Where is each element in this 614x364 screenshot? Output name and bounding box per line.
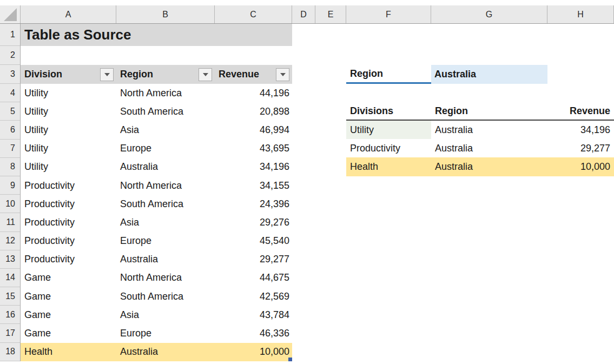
cell-region[interactable]: North America <box>116 176 215 195</box>
lookup-value-cell[interactable]: Australia <box>431 65 547 84</box>
cell-revenue[interactable]: 46,336 <box>215 324 292 342</box>
cell-division[interactable]: Productivity <box>21 232 116 250</box>
cell-division[interactable]: Productivity <box>21 195 116 213</box>
cell-revenue[interactable]: 45,540 <box>215 232 292 250</box>
cell-region[interactable]: Australia <box>116 158 215 176</box>
filter-dropdown-button-revenue[interactable] <box>276 68 289 81</box>
row-header-3[interactable]: 3 <box>0 65 20 84</box>
spreadsheet: A B C D E F G H 1 2 3 4 5 6 7 8 9 10 11 … <box>0 0 614 364</box>
cell-revenue[interactable]: 29,277 <box>215 250 292 269</box>
row-header-7[interactable]: 7 <box>0 140 20 158</box>
cell-division[interactable]: Utility <box>21 158 116 176</box>
cell-division[interactable]: Game <box>21 269 116 287</box>
row-header-14[interactable]: 14 <box>0 269 20 287</box>
column-header-c[interactable]: C <box>215 5 292 23</box>
result-row: Utility Australia 34,196 <box>346 121 614 139</box>
cell-region[interactable]: Australia <box>116 343 215 361</box>
cell-region[interactable]: South America <box>116 287 215 306</box>
row-header-2[interactable]: 2 <box>0 46 20 65</box>
table-row-highlighted: Health Australia 10,000 <box>21 343 292 361</box>
cell-revenue[interactable]: 43,784 <box>215 306 292 324</box>
cell-division[interactable]: Utility <box>21 140 116 158</box>
column-header-f[interactable]: F <box>346 5 431 23</box>
filter-dropdown-button-division[interactable] <box>100 68 114 81</box>
column-header-a[interactable]: A <box>21 5 116 23</box>
row-header-4[interactable]: 4 <box>0 84 20 102</box>
cell-division[interactable]: Productivity <box>21 176 116 195</box>
cell-region[interactable]: Asia <box>116 121 215 139</box>
column-header-h[interactable]: H <box>547 5 614 23</box>
column-header-g[interactable]: G <box>431 5 547 23</box>
row-header-18[interactable]: 18 <box>0 343 20 361</box>
header-cell-division[interactable]: Division <box>21 65 116 84</box>
cell-revenue[interactable]: 24,396 <box>215 195 292 213</box>
cell-revenue[interactable]: 43,695 <box>215 140 292 158</box>
result-header-revenue[interactable]: Revenue <box>547 102 614 120</box>
cell-revenue[interactable]: 42,569 <box>215 287 292 306</box>
cell-division[interactable]: Game <box>21 287 116 306</box>
cell-revenue[interactable]: 20,898 <box>215 102 292 121</box>
cell-a1-title[interactable]: Table as Source <box>21 24 292 46</box>
table-row: Utility North America 44,196 <box>21 84 292 102</box>
column-header-d[interactable]: D <box>292 5 315 23</box>
cell-region[interactable]: Asia <box>116 213 215 231</box>
header-cell-revenue[interactable]: Revenue <box>215 65 292 84</box>
cell-revenue[interactable]: 44,675 <box>215 269 292 287</box>
result-header-region[interactable]: Region <box>431 102 547 120</box>
row-header-5[interactable]: 5 <box>0 102 20 121</box>
cell-region[interactable]: North America <box>116 269 215 287</box>
row-header-12[interactable]: 12 <box>0 232 20 250</box>
row-header-6[interactable]: 6 <box>0 121 20 139</box>
cell-region[interactable]: Europe <box>116 232 215 250</box>
cell-region[interactable]: North America <box>116 84 215 102</box>
cell-division[interactable]: Productivity <box>21 250 116 269</box>
cell-division[interactable]: Productivity <box>346 139 431 157</box>
cell-revenue[interactable]: 34,196 <box>215 158 292 176</box>
lookup-label-cell[interactable]: Region <box>346 65 431 84</box>
column-header-b[interactable]: B <box>116 5 215 23</box>
cell-region[interactable]: South America <box>116 195 215 213</box>
select-all-button[interactable] <box>0 5 21 23</box>
row-header-10[interactable]: 10 <box>0 195 20 213</box>
cell-region[interactable]: South America <box>116 102 215 121</box>
cell-division[interactable]: Productivity <box>21 213 116 231</box>
cell-revenue[interactable]: 46,994 <box>215 121 292 139</box>
cell-region[interactable]: Australia <box>431 139 547 157</box>
cell-revenue[interactable]: 34,196 <box>547 121 614 139</box>
row-header-13[interactable]: 13 <box>0 250 20 269</box>
row-header-16[interactable]: 16 <box>0 306 20 324</box>
row-header-17[interactable]: 17 <box>0 324 20 342</box>
cell-revenue[interactable]: 29,277 <box>547 139 614 157</box>
cell-region[interactable]: Asia <box>116 306 215 324</box>
cell-region[interactable]: Australia <box>431 121 547 139</box>
filter-dropdown-button-region[interactable] <box>199 68 212 81</box>
cell-division[interactable]: Utility <box>346 121 431 139</box>
cell-division[interactable]: Game <box>21 324 116 342</box>
cell-division[interactable]: Utility <box>21 121 116 139</box>
cell-revenue[interactable]: 34,155 <box>215 176 292 195</box>
cell-division[interactable]: Utility <box>21 102 116 121</box>
table-resize-handle[interactable] <box>288 358 292 361</box>
cell-revenue[interactable]: 10,000 <box>547 157 614 176</box>
row-header-8[interactable]: 8 <box>0 158 20 176</box>
cell-revenue[interactable]: 10,000 <box>215 343 292 361</box>
result-header-divisions[interactable]: Divisions <box>346 102 431 120</box>
row-header-11[interactable]: 11 <box>0 213 20 231</box>
cell-region[interactable]: Australia <box>431 157 547 176</box>
cell-division[interactable]: Utility <box>21 84 116 102</box>
table-row: Productivity Europe 45,540 <box>21 232 292 250</box>
row-header-9[interactable]: 9 <box>0 176 20 195</box>
cell-region[interactable]: Europe <box>116 140 215 158</box>
cell-division[interactable]: Game <box>21 306 116 324</box>
cell-division[interactable]: Health <box>21 343 116 361</box>
cell-revenue[interactable]: 29,276 <box>215 213 292 231</box>
cell-region[interactable]: Europe <box>116 324 215 342</box>
cell-revenue[interactable]: 44,196 <box>215 84 292 102</box>
row-header-1[interactable]: 1 <box>0 24 20 46</box>
table-row: Utility South America 20,898 <box>21 102 292 121</box>
cell-region[interactable]: Australia <box>116 250 215 269</box>
column-header-e[interactable]: E <box>315 5 346 23</box>
row-header-15[interactable]: 15 <box>0 287 20 306</box>
header-cell-region[interactable]: Region <box>116 65 215 84</box>
cell-division[interactable]: Health <box>346 157 431 176</box>
